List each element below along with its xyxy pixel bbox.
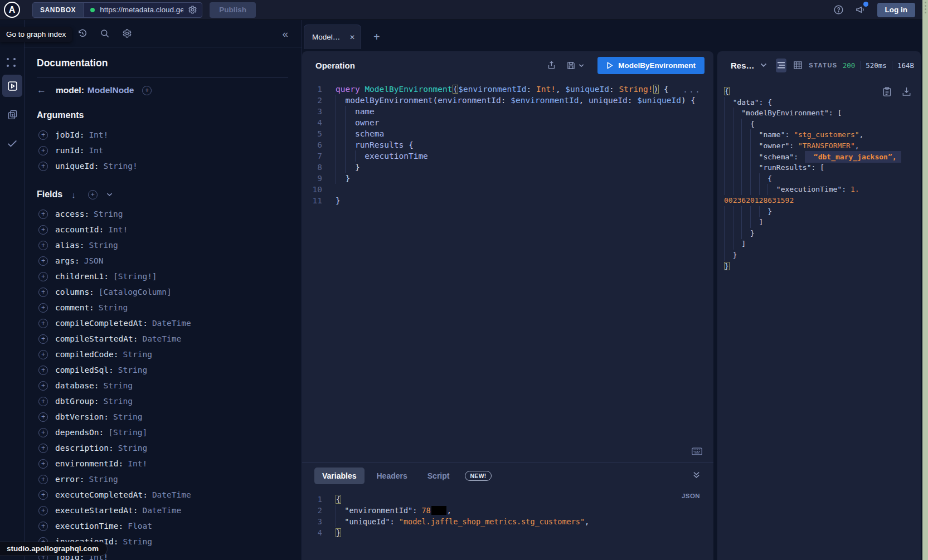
add-field-button[interactable]: +	[38, 475, 48, 484]
tab-variables[interactable]: Variables	[314, 468, 365, 484]
field-type[interactable]: String	[104, 381, 133, 390]
response-view-table-icon[interactable]	[792, 59, 803, 72]
field-name[interactable]: runId:	[55, 146, 84, 155]
add-field-button[interactable]: +	[38, 459, 48, 469]
save-operation-group[interactable]	[566, 61, 584, 70]
add-field-button[interactable]: +	[38, 130, 48, 140]
keyboard-shortcuts-icon[interactable]	[692, 447, 702, 455]
add-field-button[interactable]: +	[38, 350, 48, 359]
field-name[interactable]: executeCompletedAt:	[55, 490, 148, 499]
share-operation-icon[interactable]	[547, 60, 556, 70]
field-name[interactable]: compiledSql:	[55, 366, 114, 374]
field-name[interactable]: comment:	[55, 303, 94, 312]
announcements-icon[interactable]	[855, 4, 866, 15]
field-type[interactable]: DateTime	[152, 490, 191, 499]
field-name[interactable]: executeStartedAt:	[55, 506, 138, 515]
field-type[interactable]: String	[99, 303, 128, 312]
add-field-button[interactable]: +	[38, 272, 48, 281]
copy-response-icon[interactable]	[883, 87, 891, 96]
response-view-json-icon[interactable]	[776, 59, 787, 72]
field-type[interactable]: Int	[89, 146, 103, 155]
field-type[interactable]: String	[104, 397, 133, 406]
field-name[interactable]: compileStartedAt:	[55, 334, 138, 343]
endpoint-settings-gear-icon[interactable]	[188, 5, 197, 14]
field-type[interactable]: Int!	[108, 225, 128, 234]
field-type[interactable]: String	[123, 537, 152, 546]
field-type[interactable]: String	[118, 366, 147, 374]
add-field-button[interactable]: +	[38, 522, 48, 531]
field-name[interactable]: accountId:	[55, 225, 104, 234]
field-name[interactable]: dbtVersion:	[55, 412, 109, 421]
field-type[interactable]: Float	[128, 522, 152, 530]
sidebar-item-checks[interactable]	[2, 134, 22, 153]
response-dropdown-chevron-icon[interactable]	[760, 63, 767, 67]
field-type[interactable]: DateTime	[152, 319, 191, 328]
field-name[interactable]: compiledCode:	[55, 350, 119, 359]
add-field-button[interactable]: +	[38, 412, 48, 422]
sidebar-item-explorer[interactable]	[2, 75, 22, 97]
add-field-button[interactable]: +	[38, 366, 48, 375]
field-type[interactable]: String!	[104, 162, 138, 171]
field-name[interactable]: executionTime:	[55, 522, 123, 530]
add-field-button[interactable]: +	[38, 303, 48, 313]
field-type[interactable]: String	[89, 241, 118, 250]
add-field-button[interactable]: +	[38, 288, 48, 297]
collapse-variables-icon[interactable]	[693, 471, 700, 479]
add-field-button[interactable]: +	[38, 146, 48, 155]
field-type[interactable]: [String!]	[113, 272, 157, 281]
field-name[interactable]: error:	[55, 475, 84, 484]
add-field-button[interactable]: +	[38, 162, 48, 171]
add-field-button[interactable]: +	[38, 319, 48, 328]
add-type-button[interactable]: +	[142, 86, 152, 95]
apollo-logo[interactable]: A	[4, 2, 20, 18]
back-arrow-icon[interactable]: ←	[37, 85, 49, 96]
field-type[interactable]: DateTime	[142, 506, 181, 515]
add-field-button[interactable]: +	[38, 444, 48, 453]
operation-kebab-menu-icon[interactable]: ···	[683, 87, 701, 97]
add-field-button[interactable]: +	[38, 381, 48, 391]
field-type[interactable]: JSON	[84, 256, 104, 265]
field-type[interactable]: DateTime	[142, 334, 181, 343]
field-name[interactable]: childrenL1:	[55, 272, 109, 281]
settings-gear-icon[interactable]	[122, 28, 132, 38]
search-icon[interactable]	[100, 28, 110, 38]
add-all-fields-button[interactable]: +	[88, 190, 98, 199]
add-field-button[interactable]: +	[38, 225, 48, 235]
add-field-button[interactable]: +	[38, 210, 48, 219]
field-name[interactable]: dependsOn:	[55, 428, 104, 437]
field-name[interactable]: args:	[55, 256, 80, 265]
new-tab-button[interactable]: +	[373, 31, 380, 42]
help-icon[interactable]	[833, 4, 844, 15]
tab-model-by-environment[interactable]: ModelByEnvi… ✕	[304, 25, 361, 49]
breadcrumb-type-link[interactable]: ModelNode	[88, 85, 134, 95]
field-name[interactable]: database:	[55, 381, 99, 390]
history-icon[interactable]	[77, 28, 88, 38]
fields-options-chevron-icon[interactable]	[106, 192, 113, 197]
operation-code[interactable]: 1query ModelByEnvironment($environmentId…	[302, 84, 713, 206]
field-type[interactable]: Int!	[89, 130, 108, 139]
add-field-button[interactable]: +	[38, 490, 48, 500]
field-name[interactable]: jobId:	[55, 130, 84, 139]
login-button[interactable]: Log in	[877, 3, 916, 17]
add-field-button[interactable]: +	[38, 334, 48, 344]
publish-button[interactable]: Publish	[210, 2, 256, 18]
tab-headers[interactable]: Headers	[369, 468, 415, 484]
field-name[interactable]: alias:	[55, 241, 84, 250]
add-field-button[interactable]: +	[38, 428, 48, 437]
response-code[interactable]: {"data": {"modelByEnvironment": [{"name"…	[724, 86, 921, 271]
tab-close-icon[interactable]: ✕	[349, 33, 355, 41]
tab-script[interactable]: Script	[420, 468, 458, 484]
field-name[interactable]: columns:	[55, 288, 94, 296]
field-type[interactable]: String	[123, 350, 152, 359]
collapse-docs-icon[interactable]: «	[282, 28, 288, 39]
field-type[interactable]: String	[94, 210, 123, 218]
endpoint-url-input[interactable]: https://metadata.cloud.get	[100, 6, 183, 14]
add-field-button[interactable]: +	[38, 241, 48, 250]
graph-index-icon[interactable]	[7, 58, 17, 68]
field-name[interactable]: description:	[55, 444, 114, 452]
field-name[interactable]: environmentId:	[55, 459, 123, 468]
field-type[interactable]: Int!	[128, 459, 147, 468]
field-type[interactable]: String	[89, 475, 118, 484]
field-name[interactable]: dbtGroup:	[55, 397, 99, 406]
sidebar-item-schema[interactable]	[2, 105, 22, 124]
